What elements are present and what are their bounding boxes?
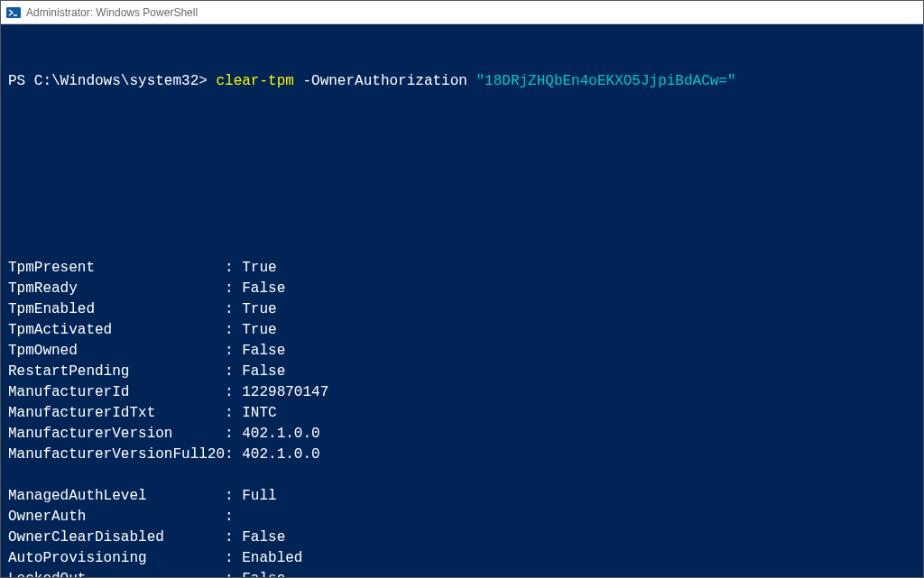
output-line: ManufacturerVersion : 402.1.0.0 [8, 424, 916, 445]
output-line: ManufacturerId : 1229870147 [8, 382, 916, 403]
blank-line [8, 465, 916, 486]
prompt-param: -OwnerAuthorization [294, 73, 476, 89]
prompt-prefix: PS C:\Windows\system32> [8, 73, 216, 89]
output-line: TpmPresent : True [8, 258, 916, 279]
blank-line [8, 133, 916, 154]
output-line: TpmOwned : False [8, 341, 916, 362]
powershell-icon [6, 5, 21, 20]
output-line: TpmEnabled : True [8, 299, 916, 320]
titlebar[interactable]: Administrator: Windows PowerShell [1, 1, 923, 24]
output-line: ManufacturerIdTxt : INTC [8, 403, 916, 424]
output-line: OwnerAuth : [8, 507, 916, 528]
output-line: ManufacturerVersionFull20: 402.1.0.0 [8, 445, 916, 465]
output-line: LockedOut : False [8, 569, 916, 577]
prompt-arg: "18DRjZHQbEn4oEKXO5JjpiBdACw=" [476, 73, 736, 89]
output-line: AutoProvisioning : Enabled [8, 548, 916, 569]
output-line: OwnerClearDisabled : False [8, 528, 916, 548]
output-line: RestartPending : False [8, 362, 916, 382]
blank-line [8, 196, 916, 216]
prompt-cmdlet: clear-tpm [216, 73, 293, 89]
output-line: TpmReady : False [8, 279, 916, 299]
output-line: TpmActivated : True [8, 320, 916, 341]
terminal-output[interactable]: PS C:\Windows\system32> clear-tpm -Owner… [1, 24, 923, 577]
command-line: PS C:\Windows\system32> clear-tpm -Owner… [8, 71, 916, 92]
output-block: TpmPresent : TrueTpmReady : FalseTpmEnab… [8, 258, 916, 577]
powershell-window: Administrator: Windows PowerShell PS C:\… [0, 0, 924, 578]
window-title: Administrator: Windows PowerShell [26, 6, 198, 19]
output-line: ManagedAuthLevel : Full [8, 486, 916, 507]
